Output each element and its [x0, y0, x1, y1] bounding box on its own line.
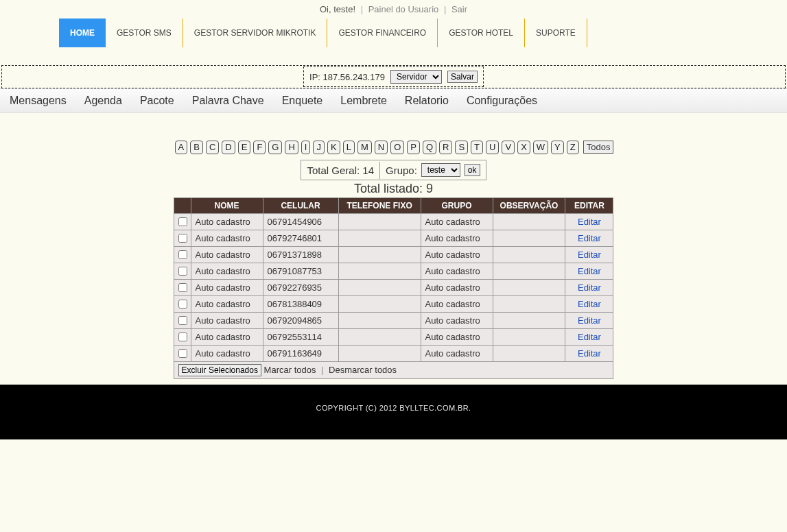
server-select[interactable]: Servidor — [390, 70, 442, 84]
table-row: Auto cadastro06791371898Auto cadastroEdi… — [174, 247, 613, 263]
edit-link[interactable]: Editar — [578, 250, 601, 260]
alpha-letter-m[interactable]: M — [357, 141, 372, 154]
alpha-letter-b[interactable]: B — [190, 141, 203, 154]
cell-grupo: Auto cadastro — [421, 296, 493, 313]
cell-nome: Auto cadastro — [191, 214, 263, 230]
cell-observacao — [493, 214, 565, 230]
alpha-letter-n[interactable]: N — [375, 141, 388, 154]
table-row: Auto cadastro06792276935Auto cadastroEdi… — [174, 280, 613, 296]
alpha-letter-c[interactable]: C — [206, 141, 219, 154]
alpha-letter-s[interactable]: S — [455, 141, 468, 154]
alpha-letter-a[interactable]: A — [175, 141, 188, 154]
alpha-letter-g[interactable]: G — [268, 141, 282, 154]
alpha-letter-q[interactable]: Q — [423, 141, 436, 154]
delete-selected-button[interactable]: Excluir Selecionados — [178, 364, 261, 376]
col-observacao: OBSERVAÇÃO — [493, 198, 565, 214]
cell-observacao — [493, 296, 565, 313]
alpha-letter-u[interactable]: U — [486, 141, 499, 154]
logout-link[interactable]: Sair — [451, 4, 467, 14]
alpha-letter-x[interactable]: X — [517, 141, 530, 154]
alpha-letter-e[interactable]: E — [238, 141, 251, 154]
row-checkbox[interactable] — [178, 217, 187, 226]
greeting-text: Oi, teste! — [320, 4, 355, 14]
subnav-lembrete[interactable]: Lembrete — [340, 95, 387, 107]
row-checkbox[interactable] — [178, 250, 187, 259]
alpha-letter-f[interactable]: F — [253, 141, 266, 154]
edit-link[interactable]: Editar — [578, 332, 601, 342]
alpha-letter-y[interactable]: Y — [551, 141, 564, 154]
grupo-label: Grupo: — [386, 165, 417, 176]
edit-link[interactable]: Editar — [578, 282, 601, 293]
nav-gestor-mikrotik[interactable]: GESTOR SERVIDOR MIKROTIK — [183, 19, 328, 47]
mark-all-link[interactable]: Marcar todos — [264, 365, 316, 375]
edit-link[interactable]: Editar — [578, 315, 601, 326]
cell-telefone — [338, 313, 421, 329]
unmark-all-link[interactable]: Desmarcar todos — [329, 365, 397, 375]
subnav-relatorio[interactable]: Relatorio — [405, 95, 449, 107]
alpha-letter-k[interactable]: K — [327, 141, 340, 154]
edit-link[interactable]: Editar — [578, 348, 601, 359]
row-checkbox[interactable] — [178, 283, 187, 292]
alpha-letter-t[interactable]: T — [471, 141, 483, 154]
edit-link[interactable]: Editar — [578, 233, 601, 243]
alpha-letter-p[interactable]: P — [407, 141, 420, 154]
alpha-letter-d[interactable]: D — [222, 141, 235, 154]
user-panel-link[interactable]: Painel do Usuario — [368, 4, 439, 14]
total-listed: Total listado: 9 — [0, 182, 787, 196]
alpha-todos[interactable]: Todos — [583, 141, 614, 154]
cell-telefone — [338, 346, 421, 362]
alpha-letter-i[interactable]: I — [301, 141, 311, 154]
save-button[interactable]: Salvar — [447, 71, 478, 83]
cell-grupo: Auto cadastro — [421, 313, 493, 329]
alpha-letter-v[interactable]: V — [502, 141, 515, 154]
row-checkbox[interactable] — [178, 316, 187, 325]
alpha-letter-z[interactable]: Z — [567, 141, 579, 154]
nav-gestor-sms[interactable]: GESTOR SMS — [106, 19, 183, 47]
subnav-palavra-chave[interactable]: Palavra Chave — [192, 95, 264, 107]
nav-gestor-hotel[interactable]: GESTOR HOTEL — [438, 19, 525, 47]
table-row: Auto cadastro06792553114Auto cadastroEdi… — [174, 329, 613, 346]
alpha-letter-o[interactable]: O — [390, 141, 404, 154]
subnav-mensagens[interactable]: Mensagens — [10, 95, 67, 107]
cell-celular: 06792094865 — [263, 313, 338, 329]
ok-button[interactable]: ok — [465, 164, 480, 176]
cell-telefone — [338, 230, 421, 247]
cell-celular: 06791371898 — [263, 247, 338, 263]
row-checkbox[interactable] — [178, 349, 187, 358]
row-checkbox[interactable] — [178, 234, 187, 243]
cell-nome: Auto cadastro — [191, 247, 263, 263]
alpha-letter-r[interactable]: R — [439, 141, 452, 154]
separator: | — [318, 365, 326, 375]
subnav-configuracoes[interactable]: Configurações — [467, 95, 537, 107]
cell-celular: 06792553114 — [263, 329, 338, 346]
subnav-enquete[interactable]: Enquete — [282, 95, 323, 107]
cell-grupo: Auto cadastro — [421, 280, 493, 296]
ip-label: IP: 187.56.243.179 — [309, 72, 385, 82]
cell-observacao — [493, 230, 565, 247]
col-editar: EDITAR — [565, 198, 613, 214]
row-checkbox[interactable] — [178, 332, 187, 341]
alpha-letter-l[interactable]: L — [343, 141, 355, 154]
cell-nome: Auto cadastro — [191, 263, 263, 280]
cell-celular: 06791087753 — [263, 263, 338, 280]
cell-observacao — [493, 247, 565, 263]
grupo-select[interactable]: teste — [421, 163, 460, 177]
nav-gestor-financeiro[interactable]: GESTOR FINANCEIRO — [327, 19, 438, 47]
summary-row: Total Geral: 14 Grupo: teste ok — [301, 160, 486, 180]
cell-nome: Auto cadastro — [191, 280, 263, 296]
subnav-agenda[interactable]: Agenda — [84, 95, 122, 107]
alpha-letter-j[interactable]: J — [313, 141, 325, 154]
alpha-letter-w[interactable]: W — [533, 141, 548, 154]
col-celular: CELULAR — [263, 198, 338, 214]
edit-link[interactable]: Editar — [578, 299, 601, 309]
cell-telefone — [338, 263, 421, 280]
nav-home[interactable]: HOME — [59, 19, 106, 47]
alpha-letter-h[interactable]: H — [285, 141, 298, 154]
row-checkbox[interactable] — [178, 267, 187, 276]
edit-link[interactable]: Editar — [578, 266, 601, 276]
edit-link[interactable]: Editar — [578, 217, 601, 227]
nav-suporte[interactable]: SUPORTE — [525, 19, 587, 47]
subnav-pacote[interactable]: Pacote — [140, 95, 174, 107]
footer: COPYRIGHT (C) 2012 BYLLTEC.COM.BR. — [0, 385, 787, 439]
row-checkbox[interactable] — [178, 300, 187, 309]
